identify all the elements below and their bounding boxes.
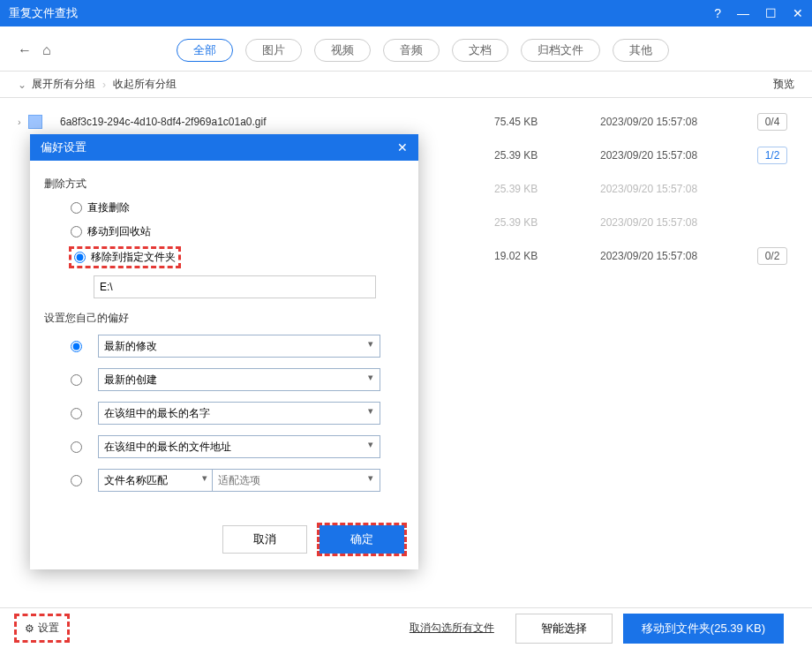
radio-label: 移除到指定文件夹 xyxy=(91,250,176,265)
radio-pref-latest-created[interactable] xyxy=(71,374,82,386)
file-size: 25.39 KB xyxy=(494,216,600,229)
back-icon[interactable]: ← xyxy=(18,42,32,58)
file-name: 6a8f3c19-294c-4d10-8df4-2f969a1c01a0.gif xyxy=(60,116,494,128)
minimize-icon[interactable]: — xyxy=(737,6,749,20)
file-size: 25.39 KB xyxy=(494,149,600,162)
radio-pref-longest-path[interactable] xyxy=(71,441,82,453)
tab-images[interactable]: 图片 xyxy=(245,39,302,62)
close-icon[interactable]: ✕ xyxy=(793,6,803,20)
title-bar: 重复文件查找 ? — ☐ ✕ xyxy=(0,0,812,26)
count-badge[interactable]: 0/4 xyxy=(757,113,788,131)
file-size: 19.02 KB xyxy=(494,250,600,262)
window-title: 重复文件查找 xyxy=(9,5,714,21)
match-pattern-input[interactable] xyxy=(213,469,380,492)
tab-other[interactable]: 其他 xyxy=(613,39,669,62)
move-to-folder-button[interactable]: 移动到文件夹(25.39 KB) xyxy=(623,614,784,644)
preference-label: 设置您自己的偏好 xyxy=(44,311,404,326)
radio-pref-longest-name[interactable] xyxy=(71,408,82,419)
file-date: 2023/09/20 15:57:08 xyxy=(600,183,750,195)
file-size: 75.45 KB xyxy=(494,116,600,128)
close-icon[interactable]: ✕ xyxy=(397,140,408,154)
file-date: 2023/09/20 15:57:08 xyxy=(600,250,750,262)
ok-button[interactable]: 确定 xyxy=(320,525,404,554)
preview-label[interactable]: 预览 xyxy=(773,77,794,92)
nav-buttons: ← ⌂ xyxy=(18,42,51,58)
window-controls: ? — ☐ ✕ xyxy=(714,6,803,20)
radio-move-to-folder[interactable] xyxy=(74,252,86,263)
file-icon xyxy=(28,115,42,129)
gear-icon: ⚙ xyxy=(25,622,34,635)
select-latest-created[interactable]: 最新的创建 xyxy=(98,368,380,391)
group-controls: ⌄ 展开所有分组 › 收起所有分组 预览 xyxy=(0,71,812,98)
bottom-bar: ⚙ 设置 取消勾选所有文件 智能选择 移动到文件夹(25.39 KB) xyxy=(0,607,812,648)
home-icon[interactable]: ⌂ xyxy=(42,42,51,58)
deselect-all-link[interactable]: 取消勾选所有文件 xyxy=(410,621,494,636)
tab-videos[interactable]: 视频 xyxy=(314,39,371,62)
select-name-match[interactable]: 文件名称匹配 xyxy=(98,469,213,492)
smart-select-button[interactable]: 智能选择 xyxy=(515,614,613,644)
select-longest-name[interactable]: 在该组中的最长的名字 xyxy=(98,402,380,425)
tab-archives[interactable]: 归档文件 xyxy=(521,39,600,62)
file-date: 2023/09/20 15:57:08 xyxy=(600,216,750,229)
delete-mode-label: 删除方式 xyxy=(44,177,404,192)
count-badge[interactable]: 1/2 xyxy=(757,147,788,164)
radio-recycle-bin[interactable] xyxy=(71,226,82,237)
maximize-icon[interactable]: ☐ xyxy=(765,6,777,20)
dialog-title: 偏好设置 xyxy=(41,139,86,155)
tab-all[interactable]: 全部 xyxy=(177,39,233,62)
file-size: 25.39 KB xyxy=(494,183,600,195)
file-date: 2023/09/20 15:57:08 xyxy=(600,149,750,162)
filter-tabs: 全部 图片 视频 音频 文档 归档文件 其他 xyxy=(51,39,794,62)
dialog-header: 偏好设置 ✕ xyxy=(30,134,418,161)
radio-delete-direct[interactable] xyxy=(71,202,82,214)
folder-path-input[interactable] xyxy=(94,275,376,298)
settings-button[interactable]: ⚙ 设置 xyxy=(18,617,66,639)
preferences-dialog: 偏好设置 ✕ 删除方式 直接删除 移动到回收站 移除到指定文件夹 设置您自己的 xyxy=(30,134,418,569)
expand-all[interactable]: 展开所有分组 xyxy=(32,77,95,92)
collapse-all[interactable]: 收起所有分组 xyxy=(113,77,177,92)
cancel-button[interactable]: 取消 xyxy=(222,525,307,554)
count-badge[interactable]: 0/2 xyxy=(757,247,788,265)
chevron-right-icon[interactable]: › xyxy=(18,117,21,127)
help-icon[interactable]: ? xyxy=(714,6,721,20)
tab-docs[interactable]: 文档 xyxy=(452,39,508,62)
toolbar: ← ⌂ 全部 图片 视频 音频 文档 归档文件 其他 xyxy=(0,26,812,71)
settings-label: 设置 xyxy=(38,621,59,636)
tab-audio[interactable]: 音频 xyxy=(383,39,440,62)
radio-pref-name-match[interactable] xyxy=(71,475,82,486)
select-latest-modified[interactable]: 最新的修改 xyxy=(98,335,380,358)
radio-pref-latest-modified[interactable] xyxy=(71,341,82,352)
radio-label: 直接删除 xyxy=(87,200,130,215)
select-longest-path[interactable]: 在该组中的最长的文件地址 xyxy=(98,435,380,458)
chevron-down-icon: ⌄ xyxy=(18,79,26,91)
file-date: 2023/09/20 15:57:08 xyxy=(600,116,750,128)
radio-label: 移动到回收站 xyxy=(87,224,151,239)
